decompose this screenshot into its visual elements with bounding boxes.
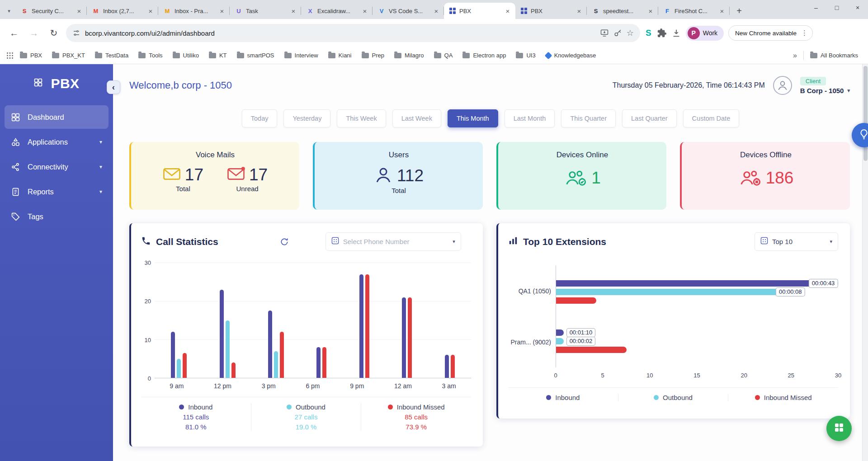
- tab-strip-tabs: SSecurity C...×MInbox (2,7...×MInbox - P…: [15, 3, 730, 19]
- selenium-extension-icon[interactable]: S: [645, 28, 652, 38]
- call-statistics-plot: [155, 263, 471, 378]
- bookmark-item-milagro[interactable]: Milagro: [391, 50, 428, 61]
- folder-icon: [138, 53, 146, 58]
- tab-close-icon[interactable]: ×: [75, 7, 83, 15]
- sidebar-collapse-button[interactable]: ‹: [107, 80, 120, 94]
- filter-button-this-quarter[interactable]: This Quarter: [561, 109, 616, 127]
- bookmark-star-icon[interactable]: ☆: [627, 28, 634, 38]
- tab-search-chevron-icon[interactable]: ▾: [3, 3, 15, 19]
- bookmark-item-knowledgebase[interactable]: Knowledgebase: [542, 50, 600, 61]
- chrome-update-chip[interactable]: New Chrome available ⋮: [728, 25, 813, 41]
- tab-close-icon[interactable]: ×: [504, 7, 512, 15]
- profile-chip[interactable]: P Work: [686, 26, 724, 41]
- browser-tab[interactable]: PBX×: [444, 3, 515, 19]
- bookmark-item-kiani[interactable]: Kiani: [325, 50, 355, 61]
- bookmark-label: KT: [219, 52, 227, 59]
- bookmark-item-ui3[interactable]: UI3: [512, 50, 539, 61]
- bookmark-item-qa[interactable]: QA: [430, 50, 457, 61]
- bar-line: [556, 347, 838, 353]
- extensions-puzzle-icon[interactable]: [657, 28, 667, 38]
- sidebar-item-dashboard[interactable]: Dashboard: [5, 105, 108, 129]
- bookmark-item-testdata[interactable]: TestData: [91, 50, 132, 61]
- tab-close-icon[interactable]: ×: [361, 7, 369, 15]
- filter-button-last-week[interactable]: Last Week: [392, 109, 441, 127]
- bookmark-item-kt[interactable]: KT: [205, 50, 231, 61]
- bookmark-label: Knowledgebase: [554, 52, 596, 59]
- downloads-icon[interactable]: [671, 28, 681, 38]
- browser-tab[interactable]: UTask×: [230, 3, 301, 19]
- bookmark-item-pbx-kt[interactable]: PBX_KT: [48, 50, 89, 61]
- sidebar-item-applications[interactable]: Applications▾: [5, 130, 108, 154]
- browser-tab[interactable]: SSecurity C...×: [15, 3, 87, 19]
- filter-button-last-quarter[interactable]: Last Quarter: [622, 109, 677, 127]
- filter-button-this-week[interactable]: This Week: [337, 109, 386, 127]
- tab-close-icon[interactable]: ×: [146, 7, 155, 15]
- tab-close-icon[interactable]: ×: [289, 7, 297, 15]
- bookmark-item-smartpos[interactable]: smartPOS: [233, 50, 278, 61]
- tab-close-icon[interactable]: ×: [575, 7, 583, 15]
- tab-close-icon[interactable]: ×: [432, 7, 440, 15]
- install-app-icon[interactable]: [600, 28, 609, 38]
- minimize-button[interactable]: –: [806, 0, 826, 15]
- sidebar-item-connectivity[interactable]: Connectivity▾: [5, 155, 108, 179]
- sidebar-item-reports[interactable]: Reports▾: [5, 180, 108, 203]
- call-statistics-legend: Inbound115 calls81.0 %Outbound27 calls19…: [141, 397, 471, 431]
- reload-button[interactable]: ↻: [46, 25, 61, 41]
- close-button[interactable]: ×: [847, 0, 868, 15]
- browser-tab[interactable]: XExcalidraw...×: [301, 3, 373, 19]
- legend-dot: [546, 395, 551, 400]
- browser-tab[interactable]: Sspeedtest...×: [587, 3, 658, 19]
- browser-tab[interactable]: VVS Code S...×: [373, 3, 444, 19]
- bookmark-item-utiliko[interactable]: Utiliko: [169, 50, 203, 61]
- tab-close-icon[interactable]: ×: [646, 7, 655, 15]
- bookmark-label: Milagro: [405, 52, 424, 59]
- filter-button-this-month[interactable]: This Month: [448, 109, 498, 127]
- category-label: Pram... (9002): [511, 339, 551, 346]
- y-tick-label: 0: [148, 375, 151, 382]
- browser-menu-icon[interactable]: ⋮: [801, 29, 810, 37]
- bookmark-item-pbx[interactable]: PBX: [16, 50, 46, 61]
- tab-close-icon[interactable]: ×: [718, 7, 726, 15]
- bookmark-item-electron-app[interactable]: Electron app: [459, 50, 509, 61]
- bookmark-item-prep[interactable]: Prep: [358, 50, 388, 61]
- apps-grid-icon[interactable]: [6, 52, 14, 59]
- sidebar-item-tags[interactable]: Tags: [5, 205, 108, 228]
- filter-button-yesterday[interactable]: Yesterday: [283, 109, 330, 127]
- refresh-icon[interactable]: [280, 237, 289, 246]
- new-tab-button[interactable]: +: [732, 4, 746, 18]
- url-text[interactable]: bcorp.vivantcorp.com/ui2/admin/dashboard: [85, 29, 595, 37]
- client-selector[interactable]: Client B Corp - 1050 ▾: [800, 77, 850, 94]
- apps-floating-button[interactable]: [826, 416, 852, 441]
- bookmarks-overflow-chevron[interactable]: »: [789, 52, 801, 60]
- maximize-button[interactable]: □: [826, 0, 847, 15]
- bar-outbound: [274, 351, 278, 378]
- forward-button[interactable]: →: [26, 25, 42, 41]
- bar-line: 00:01:10: [556, 329, 838, 336]
- sidebar-nav: DashboardApplications▾Connectivity▾Repor…: [0, 105, 113, 228]
- x-tick-label: 12 am: [394, 382, 412, 390]
- user-avatar[interactable]: [773, 76, 792, 95]
- browser-tab[interactable]: MInbox (2,7...×: [87, 3, 158, 19]
- all-bookmarks-button[interactable]: All Bookmarks: [807, 50, 862, 61]
- browser-chrome: ▾ SSecurity C...×MInbox (2,7...×MInbox -…: [0, 0, 868, 64]
- tab-favicon: F: [664, 8, 671, 14]
- bar-inbound-missed: [322, 347, 326, 378]
- address-bar[interactable]: bcorp.vivantcorp.com/ui2/admin/dashboard…: [66, 24, 640, 42]
- password-key-icon[interactable]: [613, 29, 622, 38]
- site-info-icon[interactable]: [72, 29, 80, 37]
- tab-close-icon[interactable]: ×: [218, 7, 226, 15]
- filter-button-today[interactable]: Today: [242, 109, 278, 127]
- top-count-select[interactable]: Top 10 ▾: [755, 232, 838, 251]
- bookmark-item-interview[interactable]: Interview: [281, 50, 322, 61]
- bookmark-label: smartPOS: [247, 52, 274, 59]
- filter-button-custom-date[interactable]: Custom Date: [683, 109, 740, 127]
- back-button[interactable]: ←: [6, 25, 22, 41]
- bookmark-item-tools[interactable]: Tools: [135, 50, 166, 61]
- browser-tab[interactable]: MInbox - Pra...×: [158, 3, 230, 19]
- phone-number-select[interactable]: Select Phone Number ▾: [326, 232, 461, 251]
- filter-button-last-month[interactable]: Last Month: [505, 109, 555, 127]
- browser-tab[interactable]: PBX×: [515, 3, 587, 19]
- browser-tab[interactable]: FFireShot C...×: [658, 3, 730, 19]
- gridline: [155, 263, 471, 263]
- legend-dot: [654, 395, 659, 400]
